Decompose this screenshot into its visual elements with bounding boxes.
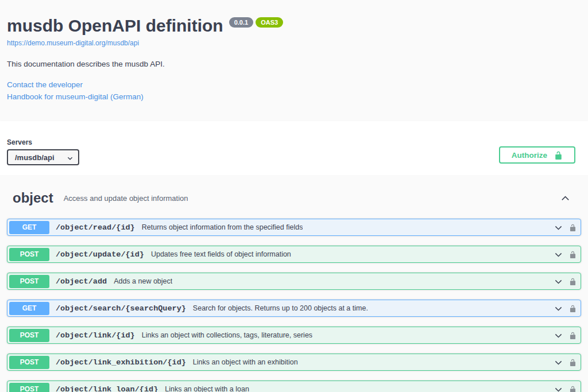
method-badge: POST bbox=[9, 356, 49, 369]
operation-summary: Search for objects. Returns up to 200 ob… bbox=[193, 304, 368, 312]
info-section: musdb OpenAPI definition 0.0.1 OAS3 http… bbox=[0, 0, 588, 121]
unlock-icon[interactable] bbox=[569, 359, 577, 366]
unlock-icon bbox=[554, 151, 563, 160]
unlock-icon[interactable] bbox=[569, 332, 577, 339]
chevron-down-icon[interactable] bbox=[554, 331, 563, 340]
operation-path: /object/update/{id} bbox=[56, 250, 144, 259]
method-badge: POST bbox=[9, 383, 49, 392]
servers-block: Servers /musdb/api bbox=[7, 138, 79, 165]
unlock-icon[interactable] bbox=[569, 305, 577, 312]
title-row: musdb OpenAPI definition 0.0.1 OAS3 bbox=[7, 16, 581, 35]
chevron-down-icon bbox=[67, 155, 74, 162]
operation-path: /object/link_exhibition/{id} bbox=[56, 358, 186, 367]
unlock-icon[interactable] bbox=[569, 386, 577, 392]
api-description: This documentation describes the musdb A… bbox=[7, 60, 581, 68]
servers-label: Servers bbox=[7, 138, 79, 146]
chevron-up-icon[interactable] bbox=[560, 193, 571, 204]
method-badge: GET bbox=[9, 302, 49, 315]
operation-path: /object/link_loan/{id} bbox=[56, 385, 158, 392]
chevron-down-icon[interactable] bbox=[554, 358, 563, 367]
operations-section: object Access and update object informat… bbox=[0, 175, 588, 392]
operation-summary: Returns object information from the spec… bbox=[142, 223, 303, 231]
method-badge: GET bbox=[9, 221, 49, 234]
oas3-badge: OAS3 bbox=[256, 17, 283, 28]
operation-path: /object/search/{searchQuery} bbox=[56, 304, 186, 313]
base-url-link[interactable]: https://demo.museum-digital.org/musdb/ap… bbox=[7, 39, 139, 47]
operation-row-update[interactable]: POST /object/update/{id} Updates free te… bbox=[7, 246, 581, 263]
operation-row-search[interactable]: GET /object/search/{searchQuery} Search … bbox=[7, 300, 581, 317]
version-badge: 0.0.1 bbox=[229, 17, 253, 28]
authorize-button[interactable]: Authorize bbox=[499, 146, 575, 164]
operation-summary: Links an object with an exhibition bbox=[193, 358, 298, 366]
authorize-label: Authorize bbox=[512, 151, 547, 160]
unlock-icon[interactable] bbox=[569, 224, 577, 231]
handbook-link[interactable]: Handbook for museum-digital (German) bbox=[7, 91, 581, 103]
scheme-container: Servers /musdb/api Authorize bbox=[0, 121, 588, 175]
unlock-icon[interactable] bbox=[569, 278, 577, 285]
operation-row-link-loan[interactable]: POST /object/link_loan/{id} Links an obj… bbox=[7, 381, 581, 392]
operation-summary: Updates free text fields of object infor… bbox=[151, 250, 291, 258]
chevron-down-icon[interactable] bbox=[554, 304, 563, 313]
page-title: musdb OpenAPI definition bbox=[7, 16, 223, 35]
method-badge: POST bbox=[9, 248, 49, 261]
chevron-down-icon[interactable] bbox=[554, 250, 563, 259]
method-badge: POST bbox=[9, 275, 49, 288]
chevron-down-icon[interactable] bbox=[554, 277, 563, 286]
operation-summary: Adds a new object bbox=[114, 277, 172, 285]
operation-row-read[interactable]: GET /object/read/{id} Returns object inf… bbox=[7, 219, 581, 236]
operation-path: /object/add bbox=[56, 277, 107, 286]
tag-description: Access and update object information bbox=[64, 194, 188, 203]
tag-header-object[interactable]: object Access and update object informat… bbox=[0, 187, 588, 209]
unlock-icon[interactable] bbox=[569, 251, 577, 258]
contact-developer-link[interactable]: Contact the developer bbox=[7, 79, 581, 91]
chevron-down-icon[interactable] bbox=[554, 385, 563, 392]
operation-row-add[interactable]: POST /object/add Adds a new object bbox=[7, 273, 581, 290]
tag-name: object bbox=[13, 190, 53, 206]
method-badge: POST bbox=[9, 329, 49, 342]
operation-path: /object/read/{id} bbox=[56, 223, 135, 232]
operation-summary: Links an object with collections, tags, … bbox=[142, 331, 312, 339]
operation-row-link[interactable]: POST /object/link/{id} Links an object w… bbox=[7, 327, 581, 344]
operation-path: /object/link/{id} bbox=[56, 331, 135, 340]
operation-summary: Links an object with a loan bbox=[165, 385, 249, 392]
server-select[interactable]: /musdb/api bbox=[7, 149, 79, 165]
chevron-down-icon[interactable] bbox=[554, 223, 563, 232]
server-select-value: /musdb/api bbox=[8, 153, 55, 162]
operation-row-link-exhibition[interactable]: POST /object/link_exhibition/{id} Links … bbox=[7, 354, 581, 371]
